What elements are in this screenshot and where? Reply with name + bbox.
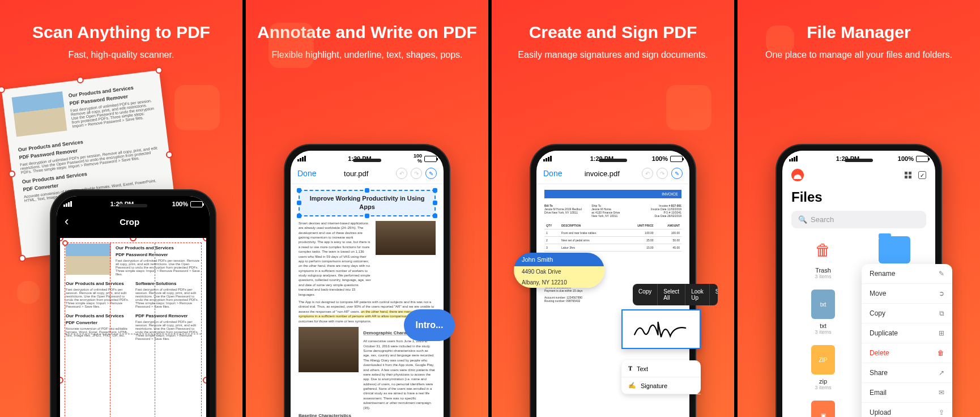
signature-annotation-selected[interactable] [621,309,701,349]
text-icon: 𝐓 [628,365,632,372]
file-item[interactable]: ZIPzip3 items [791,345,855,390]
ctx-share[interactable]: Share... [710,284,718,305]
file-meta: 3 items [815,274,831,279]
ctx-delete[interactable]: Delete🗑 [862,343,952,363]
search-icon: 🔍 [798,215,807,224]
pen-tool-button[interactable]: ✎ [671,168,683,179]
phone-mockup: 1:20 PM 100% ‹ Crop Our Products and Ser… [51,190,215,417]
select-button[interactable]: ✓ [918,171,926,179]
ship-to: Ship To Jessie M Horne ac 4120 Finance D… [591,204,634,218]
battery-icon [670,156,683,162]
upload-icon: ⇪ [939,409,944,416]
email-icon: ✉ [939,389,944,397]
promo-panel-scan: Scan Anything to PDF Fast, high-quality … [0,0,242,417]
phone-mockup: 1:20 PM 100% ✓ Files 🔍 Search 🗑Trash3 it… [777,145,941,417]
body-text: Smart devices and internet-based applica… [299,221,371,297]
pdf-toolbar: Done tour.pdf ↶ ↷ ✎ [291,163,444,184]
pdf-viewport[interactable]: Improve Working Productivity in Using Ap… [291,184,444,417]
crop-preview[interactable]: Our Products and ServicesPDF Password Re… [60,238,206,417]
signature-icon: ✍ [628,382,636,389]
bg-deco [269,23,314,68]
address-magnifier: John Smith 4490 Oak Drive Albany, NY 122… [514,253,604,288]
bg-deco [17,281,40,304]
duplicate-icon: ⊞ [939,329,944,337]
sign-option-text[interactable]: 𝐓Text [621,360,701,377]
promo-panel-filemanager: File Manager One place to manage all you… [738,0,980,417]
ctx-copy[interactable]: Copy [633,284,658,305]
copy-icon: ⧉ [939,309,944,317]
popup-annotation[interactable]: Intro... [404,309,455,341]
file-item[interactable]: txttxt3 items [791,290,855,335]
invoice-table: QTYDESCRIPTIONUNIT PRICEAMOUNT 1Front an… [544,222,681,252]
undo-button[interactable]: ↶ [642,168,653,179]
statusbar-percent: % [417,159,422,164]
signal-icon [63,201,72,207]
file-icon: ZIP [811,345,835,375]
file-item[interactable]: ▣pptx3 items [791,401,855,417]
file-name: Trash [815,267,831,274]
undo-button[interactable]: ↶ [396,168,407,179]
page-title: Files [782,187,935,211]
routing-number: Routing number: 098765432 [544,299,580,303]
ctx-look-up[interactable]: Look Up [685,284,710,305]
file-name: zip [819,378,827,385]
ctx-rename[interactable]: Rename✎ [862,264,952,284]
file-item[interactable]: 🗑Trash3 items [791,236,855,279]
promo-panel-annotate: Annotate and Write on PDF Flexible highl… [246,0,488,417]
body-text: All consecutive users from June 1, 2016 … [363,339,436,410]
ctx-copy[interactable]: Copy⧉ [862,304,952,324]
sign-option-signature[interactable]: ✍Signature [621,377,701,394]
phone-mockup: 1:20 PM 100% Done tour.pdf ↶ ↷ ✎ Improve… [285,145,449,417]
ctx-select-all[interactable]: Select All [658,284,685,305]
text-annotation-selected[interactable]: Improve Working Productivity in Using Ap… [299,190,436,216]
headline: File Manager [801,23,916,42]
ctx-upload[interactable]: Upload⇪ [862,403,952,417]
subline: Fast, high-quality scanner. [52,49,191,61]
statusbar-battery-pct: 100% [172,201,188,207]
headline: Scan Anything to PDF [27,23,216,42]
file-meta: 3 items [815,329,831,335]
phone-mockup: John Smith 4490 Oak Drive Albany, NY 122… [531,145,695,417]
back-button[interactable]: ‹ [65,214,69,229]
sign-options-popover: 𝐓Text ✍Signature [621,360,701,394]
file-context-menu: Rename✎Move➲Copy⧉Duplicate⊞Delete🗑Share↗… [862,264,952,417]
search-placeholder: Search [811,215,834,224]
crop-handles[interactable] [60,238,206,417]
move-icon: ➲ [939,290,944,297]
bg-deco [766,25,794,54]
address-line: 4490 Oak Drive [514,266,604,277]
terms-text: Payment is due within 15 days [544,289,583,292]
document-title: tour.pdf [344,169,368,178]
section-heading: Baseline Characteristics [299,412,436,417]
signal-icon [297,156,306,161]
search-input[interactable]: 🔍 Search [791,211,926,228]
app-logo-icon [791,169,804,181]
done-button[interactable]: Done [297,169,316,178]
doc-image [376,221,436,255]
folder-icon [879,236,910,263]
battery-icon [916,156,928,162]
bg-deco [174,85,220,130]
pen-tool-button[interactable]: ✎ [425,168,437,179]
rename-icon: ✎ [939,270,944,278]
share-icon: ↗ [939,369,944,377]
headline: Create and Sign PDF [523,23,703,42]
bg-deco [666,85,711,130]
delete-icon: 🗑 [938,349,944,357]
invoice-banner: INVOICE [544,190,681,198]
ctx-share[interactable]: Share↗ [862,363,952,383]
done-button[interactable]: Done [543,169,562,178]
ctx-email[interactable]: Email✉ [862,383,952,403]
redo-button[interactable]: ↷ [411,168,422,179]
battery-icon [424,156,437,162]
grid-view-button[interactable] [905,172,911,178]
invoice-info: Invoice # 817-001 Invoice Date 11/02/201… [639,204,681,218]
statusbar-battery-pct: 100% [652,155,668,162]
ctx-move[interactable]: Move➲ [862,284,952,304]
signal-icon [789,156,798,161]
redo-button[interactable]: ↷ [657,168,668,179]
doc-image [299,327,359,372]
trash-icon: 🗑 [807,236,839,263]
annotation-text: Improve Working Productivity in Using Ap… [310,195,425,210]
ctx-duplicate[interactable]: Duplicate⊞ [862,324,952,343]
